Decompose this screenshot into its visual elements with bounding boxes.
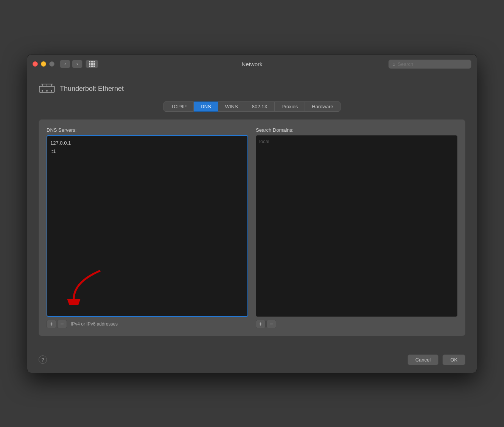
domains-remove-button[interactable]: − xyxy=(266,320,276,328)
dns-servers-col: DNS Servers: 127.0.0.1 ::1 xyxy=(47,127,248,328)
network-window: ‹ › Network ⌕ xyxy=(27,54,477,373)
grid-view-button[interactable] xyxy=(86,60,98,68)
svg-point-5 xyxy=(42,90,43,92)
section-title: Thunderbolt Ethernet xyxy=(60,85,124,93)
search-bar[interactable]: ⌕ xyxy=(388,59,471,69)
dns-servers-label: DNS Servers: xyxy=(47,127,248,133)
dns-servers-list[interactable]: 127.0.0.1 ::1 xyxy=(47,135,248,317)
dns-entry-1: 127.0.0.1 xyxy=(50,139,244,147)
tab-proxies[interactable]: Proxies xyxy=(275,101,305,112)
search-input[interactable] xyxy=(398,61,467,67)
window-title: Network xyxy=(241,61,262,67)
search-icon: ⌕ xyxy=(392,61,395,67)
ok-button[interactable]: OK xyxy=(442,354,465,365)
tab-dns[interactable]: DNS xyxy=(194,101,218,112)
dns-btn-row: + − IPv4 or IPv6 addresses xyxy=(47,320,248,328)
search-domains-col: Search Domains: local + − xyxy=(256,127,457,328)
search-domains-label: Search Domains: xyxy=(256,127,457,133)
close-button[interactable] xyxy=(33,61,38,67)
minimize-button[interactable] xyxy=(41,61,46,67)
dns-hint: IPv4 or IPv6 addresses xyxy=(71,321,118,327)
maximize-button[interactable] xyxy=(49,61,54,67)
ethernet-icon xyxy=(39,83,55,95)
tab-wins[interactable]: WINS xyxy=(218,101,245,112)
tab-8021x[interactable]: 802.1X xyxy=(245,101,275,112)
search-domains-placeholder: local xyxy=(259,139,269,144)
dns-add-button[interactable]: + xyxy=(47,320,56,328)
dns-remove-button[interactable]: − xyxy=(57,320,67,328)
traffic-lights xyxy=(33,61,54,67)
footer: ? Cancel OK xyxy=(27,348,477,373)
svg-point-6 xyxy=(46,90,48,92)
dns-entry-2: ::1 xyxy=(50,147,244,156)
forward-button[interactable]: › xyxy=(72,60,82,68)
search-domains-btn-row: + − xyxy=(256,320,457,328)
columns: DNS Servers: 127.0.0.1 ::1 xyxy=(47,127,457,328)
tab-hardware[interactable]: Hardware xyxy=(305,101,340,112)
tabs-bar: TCP/IP DNS WINS 802.1X Proxies Hardware xyxy=(39,101,465,112)
content-area: Thunderbolt Ethernet TCP/IP DNS WINS 802… xyxy=(27,74,477,348)
cancel-button[interactable]: Cancel xyxy=(408,354,439,365)
tab-tcpip[interactable]: TCP/IP xyxy=(163,101,194,112)
domains-add-button[interactable]: + xyxy=(256,320,266,328)
dns-panel: DNS Servers: 127.0.0.1 ::1 xyxy=(39,119,465,336)
section-header: Thunderbolt Ethernet xyxy=(39,83,465,95)
nav-buttons: ‹ › xyxy=(60,60,98,68)
svg-point-7 xyxy=(51,90,52,92)
grid-icon xyxy=(89,61,95,67)
footer-buttons: Cancel OK xyxy=(408,354,465,365)
red-arrow-annotation xyxy=(66,267,112,305)
back-button[interactable]: ‹ xyxy=(60,60,70,68)
titlebar: ‹ › Network ⌕ xyxy=(27,55,477,74)
help-button[interactable]: ? xyxy=(39,355,47,364)
search-domains-list[interactable]: local xyxy=(256,135,457,317)
